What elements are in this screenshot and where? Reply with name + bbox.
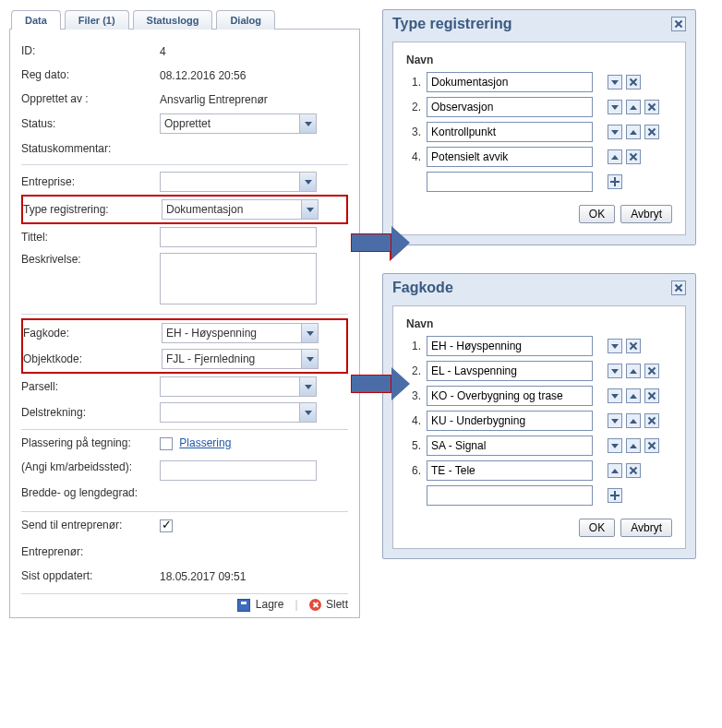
list-item-input-new[interactable] <box>427 172 593 192</box>
move-up-button[interactable] <box>626 438 641 453</box>
list-item-input[interactable] <box>427 386 593 406</box>
entreprise-combo[interactable] <box>160 172 317 192</box>
add-item-button[interactable] <box>608 174 622 189</box>
move-up-button[interactable] <box>626 413 641 428</box>
typereg-cancel-button[interactable]: Avbryt <box>620 205 672 223</box>
delstrekning-label: Delstrekning: <box>21 406 160 419</box>
list-item-new <box>406 485 672 506</box>
move-down-button[interactable] <box>608 413 622 428</box>
move-down-button[interactable] <box>608 339 622 353</box>
sist-oppdatert-value: 18.05.2017 09:51 <box>160 568 348 583</box>
move-up-button[interactable] <box>626 100 641 114</box>
beskrivelse-input[interactable] <box>160 253 317 304</box>
list-item-input[interactable] <box>427 147 593 167</box>
save-button-label: Lagre <box>256 598 284 611</box>
remove-item-button[interactable] <box>644 364 659 378</box>
chevron-up-icon <box>630 394 637 399</box>
remove-item-button[interactable] <box>644 388 659 403</box>
chevron-down-icon[interactable] <box>301 324 318 342</box>
remove-item-button[interactable] <box>626 339 641 353</box>
chevron-down-icon[interactable] <box>299 377 316 396</box>
parsell-combo[interactable] <box>160 376 317 397</box>
add-item-button[interactable] <box>608 488 622 503</box>
parsell-label: Parsell: <box>21 380 160 393</box>
typereg-list: 1.2.3.4. <box>406 72 672 192</box>
list-item-input[interactable] <box>427 411 593 431</box>
list-item-number: 1. <box>406 340 421 352</box>
dialog-fagkode-close[interactable] <box>671 280 686 295</box>
tab-dialog[interactable]: Dialog <box>216 10 275 30</box>
chevron-down-icon[interactable] <box>299 173 316 191</box>
close-icon <box>647 366 656 376</box>
dialog-typereg-close[interactable] <box>671 17 686 31</box>
tab-filer[interactable]: Filer (1) <box>65 10 129 30</box>
bredde-lengde-label: Bredde- og lengdegrad: <box>21 486 160 499</box>
chevron-up-icon <box>630 444 637 448</box>
list-item-input[interactable] <box>427 336 593 356</box>
remove-item-button[interactable] <box>644 438 659 453</box>
delete-button[interactable]: Slett <box>309 598 348 612</box>
fagkode-combo[interactable]: EH - Høyspenning <box>162 323 319 343</box>
opprettet-av-value: Ansvarlig Entreprenør <box>160 91 348 106</box>
form-toolbar: Lagre | Slett <box>21 593 348 612</box>
fagkode-ok-button[interactable]: OK <box>579 519 615 537</box>
list-item-input[interactable] <box>427 436 593 456</box>
chevron-down-icon[interactable] <box>299 114 316 133</box>
move-down-button[interactable] <box>608 364 622 378</box>
move-down-button[interactable] <box>608 75 622 90</box>
move-up-button[interactable] <box>626 364 641 378</box>
list-item-input[interactable] <box>427 122 593 142</box>
typereg-ok-button[interactable]: OK <box>579 205 615 223</box>
parsell-combo-text <box>161 377 299 396</box>
tab-data[interactable]: Data <box>11 10 61 30</box>
remove-item-button[interactable] <box>644 100 659 114</box>
move-down-button[interactable] <box>608 100 622 114</box>
callout-arrow-fagkode <box>351 367 410 400</box>
status-combo[interactable]: Opprettet <box>160 113 317 134</box>
tab-body: ID: 4 Reg dato: 08.12.2016 20:56 Opprett… <box>9 30 360 618</box>
send-til-checkbox[interactable] <box>160 519 173 532</box>
dialog-typereg: Type registrering Navn 1.2.3.4. OK Avbry… <box>382 9 696 245</box>
typereg-row: Type registrering: Dokumentasjon <box>21 195 348 224</box>
chevron-down-icon[interactable] <box>299 403 316 422</box>
list-item-input[interactable] <box>427 72 593 92</box>
remove-item-button[interactable] <box>644 125 659 139</box>
move-down-button[interactable] <box>608 438 622 453</box>
chevron-down-icon <box>611 444 619 448</box>
typereg-combo[interactable]: Dokumentasjon <box>162 199 319 220</box>
move-up-button[interactable] <box>608 149 622 164</box>
move-down-button[interactable] <box>608 125 622 139</box>
fagkode-group: Fagkode: EH - Høyspenning Objektkode: FJ… <box>21 318 348 374</box>
chevron-up-icon <box>630 130 637 135</box>
remove-item-button[interactable] <box>626 463 641 478</box>
fagkode-cancel-button[interactable]: Avbryt <box>620 519 672 537</box>
list-item-input[interactable] <box>427 97 593 117</box>
save-button[interactable]: Lagre <box>237 598 283 612</box>
plassering-checkbox[interactable] <box>160 437 173 450</box>
delstrekning-combo[interactable] <box>160 402 317 423</box>
move-up-button[interactable] <box>608 463 622 478</box>
dialog-fagkode: Fagkode Navn 1.2.3.4.5.6. OK Avbryt <box>382 273 696 559</box>
remove-item-button[interactable] <box>626 75 641 90</box>
remove-item-button[interactable] <box>626 149 641 164</box>
list-item-input-new[interactable] <box>427 485 593 506</box>
tabstrip: Data Filer (1) Statuslogg Dialog <box>9 9 360 30</box>
beskrivelse-label: Beskrivelse: <box>21 253 160 266</box>
move-up-button[interactable] <box>626 125 641 139</box>
chevron-down-icon[interactable] <box>301 200 318 219</box>
list-item-input[interactable] <box>427 460 593 481</box>
remove-item-button[interactable] <box>644 413 659 428</box>
chevron-down-icon <box>611 344 619 349</box>
angi-km-input[interactable] <box>160 460 317 481</box>
tittel-input[interactable] <box>160 227 317 247</box>
list-item: 3. <box>406 386 672 406</box>
tab-statuslogg[interactable]: Statuslogg <box>133 10 213 30</box>
plassering-link[interactable]: Plassering <box>179 436 231 449</box>
chevron-down-icon[interactable] <box>301 350 318 368</box>
objektkode-combo[interactable]: FJL - Fjernledning <box>162 349 319 369</box>
navn-column-header: Navn <box>406 317 672 330</box>
move-down-button[interactable] <box>608 388 622 403</box>
chevron-up-icon <box>630 419 637 424</box>
move-up-button[interactable] <box>626 388 641 403</box>
list-item-input[interactable] <box>427 361 593 381</box>
